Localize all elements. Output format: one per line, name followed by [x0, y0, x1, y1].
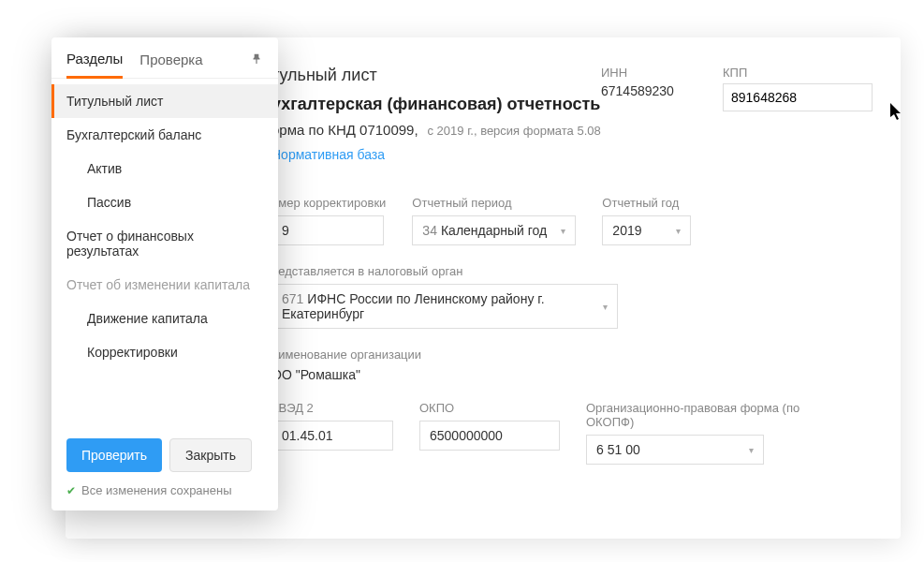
okpo-field: ОКПО [419, 401, 560, 465]
tab-check[interactable]: Проверка [139, 52, 202, 77]
period-field: Отчетный период 34Календарный год ▾ [412, 196, 576, 245]
sidebar-items: Титульный лист Бухгалтерский баланс Акти… [51, 79, 278, 425]
kpp-field: КПП [723, 66, 873, 111]
check-button[interactable]: Проверить [66, 438, 162, 472]
chevron-down-icon: ▾ [676, 226, 681, 236]
sidebar-footer: Проверить Закрыть ✔ Все изменения сохран… [51, 425, 278, 510]
okpo-label: ОКПО [419, 401, 560, 415]
normative-link[interactable]: Нормативная база [271, 147, 385, 162]
sidebar-item-balance[interactable]: Бухгалтерский баланс [51, 118, 278, 152]
sidebar-item-title-page[interactable]: Титульный лист [51, 84, 278, 118]
form-section: омер корректировки Отчетный период 34Кал… [271, 196, 873, 465]
org-label: аименование организации [271, 348, 421, 362]
tax-auth-select[interactable]: 671ИФНС России по Ленинскому району г. Е… [271, 284, 618, 329]
year-select[interactable]: 2019 ▾ [602, 215, 691, 245]
sidebar-item-active[interactable]: Актив [51, 152, 278, 185]
kpp-label: КПП [723, 66, 873, 80]
org-name: ОО "Ромашка" [271, 367, 421, 382]
header-right: ИНН 6714589230 КПП [601, 66, 873, 111]
correction-label: омер корректировки [271, 196, 386, 210]
row-2: редставляется в налоговый орган 671ИФНС … [271, 264, 873, 329]
close-button[interactable]: Закрыть [169, 438, 252, 472]
report-title: ухгалтерская (финансовая) отчетность [271, 95, 601, 114]
okopf-field: Организационно-правовая форма (по ОКОПФ)… [586, 401, 820, 465]
save-status: ✔ Все изменения сохранены [66, 483, 263, 497]
year-field: Отчетный год 2019 ▾ [602, 196, 691, 245]
kpp-input[interactable] [723, 83, 873, 111]
pin-icon[interactable] [250, 52, 263, 68]
form-code-line: орма по КНД 0710099, с 2019 г., версия ф… [271, 122, 601, 138]
inn-field: ИНН 6714589230 [601, 66, 695, 111]
correction-input[interactable] [271, 215, 384, 245]
sidebar-item-passive[interactable]: Пассив [51, 185, 278, 219]
sidebar-item-capital-change[interactable]: Отчет об изменении капитала [51, 268, 278, 302]
chevron-down-icon: ▾ [749, 445, 754, 455]
correction-field: омер корректировки [271, 196, 386, 245]
okved-input[interactable] [271, 421, 393, 451]
sidebar-item-capital-move[interactable]: Движение капитала [51, 302, 278, 335]
org-field: аименование организации ОО "Ромашка" [271, 348, 421, 382]
button-row: Проверить Закрыть [66, 438, 263, 472]
tax-auth-label: редставляется в налоговый орган [271, 264, 618, 278]
okved-label: КВЭД 2 [271, 401, 393, 415]
row-4: КВЭД 2 ОКПО Организационно-правовая форм… [271, 401, 873, 465]
check-icon: ✔ [66, 484, 76, 497]
okopf-label: Организационно-правовая форма (по ОКОПФ) [586, 401, 820, 429]
inn-label: ИНН [601, 66, 695, 80]
row-1: омер корректировки Отчетный период 34Кал… [271, 196, 873, 245]
chevron-down-icon: ▾ [561, 226, 565, 236]
year-label: Отчетный год [602, 196, 691, 210]
sidebar: Разделы Проверка Титульный лист Бухгалте… [51, 37, 278, 510]
period-label: Отчетный период [412, 196, 576, 210]
row-3: аименование организации ОО "Ромашка" [271, 348, 873, 382]
period-select[interactable]: 34Календарный год ▾ [412, 215, 576, 245]
page-title: тульный лист [271, 66, 601, 85]
header-row: тульный лист ухгалтерская (финансовая) о… [271, 66, 873, 162]
tab-sections[interactable]: Разделы [66, 51, 123, 79]
sidebar-tabs: Разделы Проверка [51, 37, 278, 79]
tax-auth-field: редставляется в налоговый орган 671ИФНС … [271, 264, 618, 329]
form-version: с 2019 г., версия формата 5.08 [428, 124, 601, 138]
inn-value: 6714589230 [601, 83, 695, 98]
sidebar-item-corrections[interactable]: Корректировки [51, 335, 278, 369]
okved-field: КВЭД 2 [271, 401, 393, 465]
sidebar-item-fin-results[interactable]: Отчет о финансовых результатах [51, 219, 278, 268]
save-status-text: Все изменения сохранены [81, 483, 232, 497]
okopf-select[interactable]: 6 51 00 ▾ [586, 435, 764, 465]
form-code: орма по КНД 0710099, [271, 122, 418, 138]
chevron-down-icon: ▾ [603, 302, 608, 312]
okpo-input[interactable] [419, 421, 560, 451]
header-left: тульный лист ухгалтерская (финансовая) о… [271, 66, 601, 162]
